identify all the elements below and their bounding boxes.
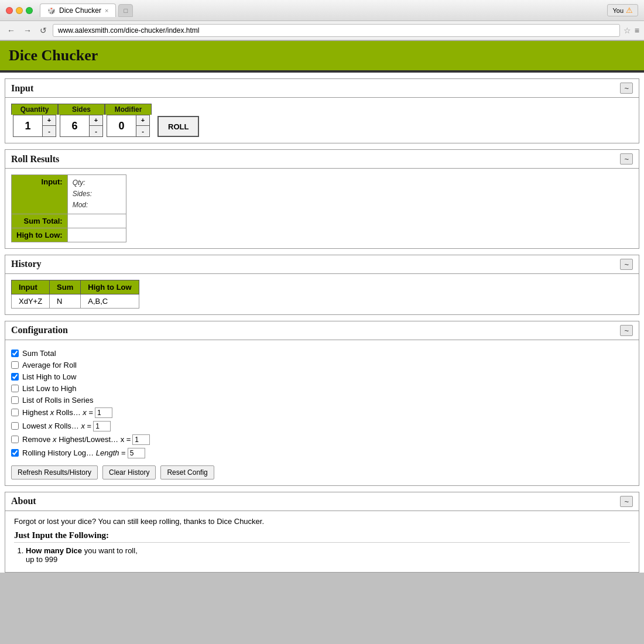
results-highlow-label: High to Low: [12, 228, 68, 242]
browser-titlebar: 🎲 Dice Chucker × □ You ⚠ [0, 0, 644, 21]
config-lowest-x: Lowest x Rolls… x = [11, 421, 633, 431]
config-remove-x: Remove x Highest/Lowest… x = [11, 434, 633, 445]
history-row-highlow: A,B,C [81, 294, 139, 308]
sides-col: Sides + - [58, 104, 105, 137]
sides-up-button[interactable]: + [90, 115, 102, 126]
modifier-up-button[interactable]: + [136, 115, 149, 126]
minimize-dot[interactable] [16, 7, 23, 14]
about-steps-list: How many Dice you want to roll, up to 99… [26, 546, 630, 564]
history-header-row: Input Sum High to Low [12, 280, 139, 294]
modifier-down-button[interactable]: - [136, 126, 149, 136]
quantity-col: Quantity + - [11, 104, 58, 137]
about-step-1: How many Dice you want to roll, up to 99… [26, 546, 138, 564]
history-row-sum: N [50, 294, 81, 308]
browser-menu-button[interactable]: ≡ [635, 26, 639, 35]
remove-x-label[interactable]: Remove x Highest/Lowest… x = [22, 435, 131, 444]
browser-tab[interactable]: 🎲 Dice Chucker × [40, 4, 116, 17]
page-content: Dice Chucker Input ~ Quantity + - [0, 41, 644, 573]
new-tab-button[interactable]: □ [118, 4, 133, 17]
history-table-body: XdY+Z N A,B,C [12, 294, 139, 308]
remove-x-checkbox[interactable] [11, 436, 19, 443]
history-toggle-button[interactable]: ~ [620, 259, 633, 270]
sum-total-label[interactable]: Sum Total [22, 349, 56, 358]
sides-input[interactable] [60, 115, 90, 136]
highest-x-label[interactable]: Highest x Rolls… x = [22, 408, 93, 417]
roll-button[interactable]: ROLL [157, 116, 199, 137]
config-highest-x: Highest x Rolls… x = [11, 407, 633, 418]
history-section: History ~ Input Sum High to Low XdY+Z N … [5, 255, 639, 315]
results-table: Input: Qty:Sides:Mod: Sum Total: High to… [11, 174, 126, 242]
list-high-low-label[interactable]: List High to Low [22, 372, 77, 381]
results-highlow-row: High to Low: [12, 228, 126, 242]
about-step-1-bold: How many Dice [26, 546, 82, 555]
rolling-history-length-input[interactable] [128, 448, 145, 458]
results-toggle-button[interactable]: ~ [620, 153, 633, 165]
quantity-input[interactable] [13, 115, 43, 136]
history-section-title: History [11, 259, 42, 269]
rolling-history-label[interactable]: Rolling History Log… Length = [22, 448, 126, 457]
lowest-x-input[interactable] [93, 421, 111, 431]
lowest-x-checkbox[interactable] [11, 422, 19, 430]
forward-button[interactable]: → [21, 25, 34, 36]
quantity-control: + - [13, 115, 56, 137]
config-sum-total: Sum Total [11, 349, 633, 358]
user-menu[interactable]: You ⚠ [607, 4, 638, 16]
input-section-body: Quantity + - Sides + [5, 98, 639, 143]
config-section-title: Configuration [11, 325, 68, 335]
results-input-row: Input: Qty:Sides:Mod: [12, 175, 126, 214]
list-high-low-checkbox[interactable] [11, 373, 19, 381]
highest-x-input[interactable] [95, 407, 112, 418]
close-dot[interactable] [6, 7, 13, 14]
about-section-body: Forgot or lost your dice? You can still … [5, 511, 639, 572]
highest-x-checkbox[interactable] [11, 409, 19, 416]
about-intro: Forgot or lost your dice? You can still … [14, 517, 630, 526]
remove-x-input[interactable] [132, 434, 150, 445]
about-step-1-detail: up to 999 [26, 555, 57, 564]
tab-title: Dice Chucker [59, 6, 101, 15]
history-section-header: History ~ [5, 255, 639, 274]
list-low-high-checkbox[interactable] [11, 385, 19, 392]
bookmark-button[interactable]: ☆ [624, 26, 631, 35]
results-sum-value [67, 214, 126, 228]
lowest-x-label[interactable]: Lowest x Rolls… x = [22, 422, 91, 430]
history-col-sum: Sum [50, 280, 81, 294]
results-section-title: Roll Results [11, 154, 59, 165]
list-rolls-series-checkbox[interactable] [11, 396, 19, 404]
modifier-control: + - [107, 115, 150, 137]
back-button[interactable]: ← [5, 25, 18, 36]
results-highlow-value [67, 228, 126, 242]
sides-spinner: + - [90, 115, 102, 136]
list-low-high-label[interactable]: List Low to High [22, 384, 77, 393]
tab-close-button[interactable]: × [105, 7, 108, 14]
address-bar[interactable] [53, 24, 620, 37]
average-roll-label[interactable]: Average for Roll [22, 361, 77, 369]
input-toggle-button[interactable]: ~ [620, 83, 633, 94]
reset-config-button[interactable]: Reset Config [160, 465, 214, 479]
input-grid: Quantity + - Sides + [11, 104, 633, 137]
average-roll-checkbox[interactable] [11, 361, 19, 369]
maximize-dot[interactable] [26, 7, 33, 14]
results-section-body: Input: Qty:Sides:Mod: Sum Total: High to… [5, 169, 639, 248]
modifier-input[interactable] [107, 115, 136, 136]
modifier-label: Modifier [105, 104, 152, 115]
modifier-col: Modifier + - [105, 104, 152, 137]
rolling-history-checkbox[interactable] [11, 449, 19, 457]
quantity-down-button[interactable]: - [43, 126, 56, 136]
tab-favicon: 🎲 [47, 7, 56, 15]
config-toggle-button[interactable]: ~ [620, 325, 633, 336]
about-section-title: About [11, 496, 36, 506]
refresh-results-history-button[interactable]: Refresh Results/History [11, 465, 98, 479]
results-section-header: Roll Results ~ [5, 150, 639, 169]
list-item: How many Dice you want to roll, up to 99… [26, 546, 630, 564]
quantity-up-button[interactable]: + [43, 115, 56, 126]
clear-history-button[interactable]: Clear History [102, 465, 156, 479]
quantity-spinner: + - [43, 115, 56, 136]
results-section: Roll Results ~ Input: Qty:Sides:Mod: Sum… [5, 149, 639, 249]
about-toggle-button[interactable]: ~ [620, 496, 633, 507]
sum-total-checkbox[interactable] [11, 350, 19, 357]
list-rolls-series-label[interactable]: List of Rolls in Series [22, 396, 93, 405]
config-list-low-high: List Low to High [11, 384, 633, 393]
sides-label: Sides [58, 104, 105, 115]
refresh-button[interactable]: ↺ [37, 25, 49, 36]
sides-down-button[interactable]: - [90, 126, 102, 136]
